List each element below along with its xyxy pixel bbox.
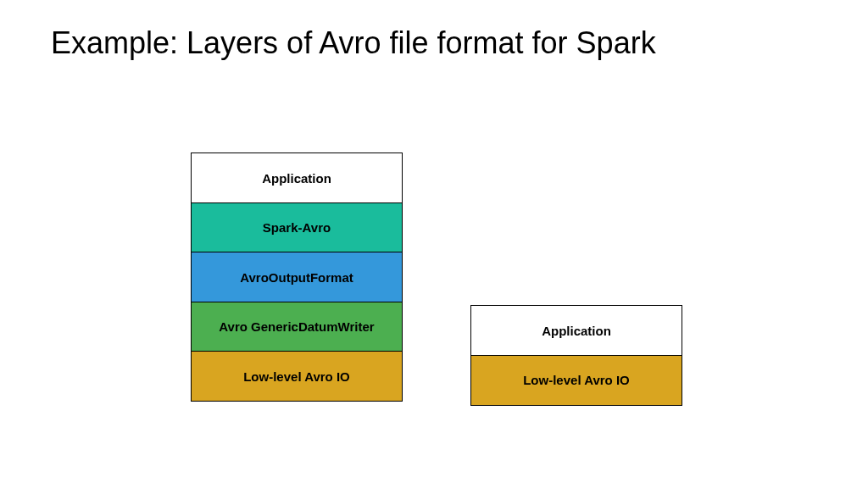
layer-application-right: Application — [470, 305, 682, 356]
layer-low-level-avro-io: Low-level Avro IO — [191, 351, 403, 402]
layer-stack-right: Application Low-level Avro IO — [470, 305, 682, 406]
layer-avro-output-format: AvroOutputFormat — [191, 252, 403, 302]
layer-stack-left: Application Spark-Avro AvroOutputFormat … — [191, 152, 403, 402]
layer-application: Application — [191, 152, 403, 203]
layer-spark-avro: Spark-Avro — [191, 202, 403, 253]
slide-title: Example: Layers of Avro file format for … — [51, 25, 656, 61]
layer-avro-generic-datum-writer: Avro GenericDatumWriter — [191, 302, 403, 352]
layer-low-level-avro-io-right: Low-level Avro IO — [470, 355, 682, 406]
